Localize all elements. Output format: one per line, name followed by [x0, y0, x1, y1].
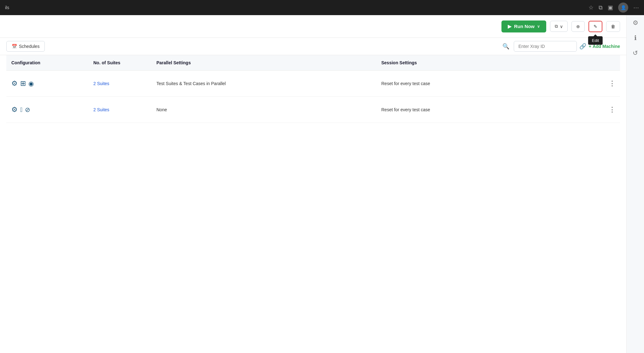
- run-now-chevron-icon: ∨: [537, 24, 540, 29]
- menu-icon[interactable]: ⋯: [633, 4, 639, 11]
- search-button[interactable]: 🔍: [501, 41, 511, 52]
- config-cell-1: ⚙ ⊞ ◉: [6, 78, 88, 89]
- browser-controls: ☆ ⧉ ▣ 👤 ⋯: [588, 3, 639, 13]
- right-sidebar: ⚙ ℹ ↺: [626, 15, 644, 123]
- copy-button[interactable]: ⧉ ∨: [550, 21, 568, 32]
- tabs-row: 📅 Schedules 🔍 🔗 + Add Machine: [0, 38, 626, 55]
- reader-icon[interactable]: ▣: [608, 4, 613, 11]
- gear-icon-2: ⚙: [11, 106, 18, 114]
- info-icon[interactable]: ℹ: [634, 34, 637, 42]
- copy-icon-2: ⧉: [555, 24, 558, 29]
- history-icon[interactable]: ↺: [633, 49, 638, 57]
- edit-tooltip: Edit: [588, 36, 603, 45]
- header-configuration: Configuration: [6, 59, 88, 67]
- tabs-left: 📅 Schedules: [6, 41, 45, 52]
- apple-icon-2: : [20, 106, 22, 113]
- config-cell-2: ⚙  ⊘: [6, 104, 88, 115]
- header-parallel: Parallel Settings: [151, 59, 376, 67]
- edit-button[interactable]: ✎: [588, 21, 602, 32]
- parallel-cell-1: Test Suites & Test Cases in Parallel: [151, 80, 376, 87]
- chevron-down-icon: ∨: [560, 24, 563, 29]
- parallel-cell-2: None: [151, 106, 376, 113]
- app-toolbar: ▶ Run Now ∨ ⧉ ∨ ⊕ ✎ Edit 🗑: [0, 15, 626, 38]
- edit-button-wrapper: ✎ Edit: [588, 21, 602, 32]
- header-session: Session Settings: [376, 59, 601, 67]
- table-header: Configuration No. of Suites Parallel Set…: [6, 55, 620, 71]
- browser-title: ils: [5, 5, 9, 10]
- trash-icon: 🗑: [611, 24, 615, 29]
- xray-id-input[interactable]: [514, 41, 577, 52]
- pencil-icon: ✎: [594, 24, 597, 29]
- table-row: ⚙  ⊘ 2 Suites None Reset for every test…: [6, 97, 620, 123]
- delete-button[interactable]: 🗑: [606, 21, 620, 32]
- play-icon: ▶: [508, 24, 512, 29]
- schedules-label: Schedules: [19, 44, 39, 49]
- avatar[interactable]: 👤: [618, 3, 628, 13]
- more-actions-button-1[interactable]: ⋮: [606, 78, 618, 89]
- suites-link-1[interactable]: 2 Suites: [93, 81, 109, 86]
- header-suites: No. of Suites: [88, 59, 151, 67]
- main-content: ▶ Run Now ∨ ⧉ ∨ ⊕ ✎ Edit 🗑 📅 Schedules: [0, 15, 626, 123]
- more-actions-button-2[interactable]: ⋮: [606, 104, 618, 115]
- safari-icon-2: ⊘: [25, 106, 30, 113]
- actions-cell-2: ⋮: [601, 103, 620, 116]
- add-button[interactable]: ⊕: [571, 21, 585, 32]
- search-icon: 🔍: [502, 43, 509, 49]
- run-now-label: Run Now: [514, 24, 535, 29]
- config-icons-1: ⚙ ⊞ ◉: [11, 79, 83, 88]
- windows-icon-1: ⊞: [20, 79, 26, 88]
- session-cell-2: Reset for every test case: [376, 106, 601, 113]
- actions-cell-1: ⋮: [601, 77, 620, 90]
- tab-schedules[interactable]: 📅 Schedules: [6, 41, 45, 52]
- settings-icon[interactable]: ⚙: [633, 19, 638, 26]
- browser-bar: ils ☆ ⧉ ▣ 👤 ⋯: [0, 0, 644, 15]
- suites-link-2[interactable]: 2 Suites: [93, 107, 109, 112]
- copy-icon[interactable]: ⧉: [599, 4, 603, 11]
- suites-cell-2: 2 Suites: [88, 106, 151, 113]
- link-icon[interactable]: 🔗: [579, 43, 586, 50]
- config-icons-2: ⚙  ⊘: [11, 106, 83, 114]
- table-row: ⚙ ⊞ ◉ 2 Suites Test Suites & Test Cases …: [6, 71, 620, 97]
- table-wrapper: Configuration No. of Suites Parallel Set…: [0, 55, 626, 123]
- suites-cell-1: 2 Suites: [88, 80, 151, 87]
- schedules-icon: 📅: [12, 44, 17, 49]
- chrome-icon-1: ◉: [28, 80, 34, 87]
- star-icon[interactable]: ☆: [588, 4, 594, 11]
- gear-icon-1: ⚙: [11, 79, 18, 88]
- header-actions: [601, 59, 620, 67]
- add-icon: ⊕: [576, 24, 580, 29]
- session-cell-1: Reset for every test case: [376, 80, 601, 87]
- run-now-button[interactable]: ▶ Run Now ∨: [501, 20, 546, 32]
